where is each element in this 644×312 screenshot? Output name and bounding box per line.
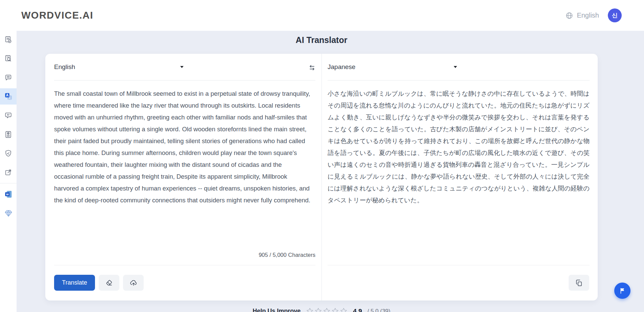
sidebar-item-translator[interactable]: 文 A — [0, 88, 17, 105]
tools-sidebar: 文 A — [0, 31, 17, 312]
sidebar-item-paraphraser[interactable] — [0, 107, 17, 124]
copy-translation-button[interactable] — [569, 275, 589, 291]
star-icon[interactable] — [331, 307, 339, 312]
page-title: AI Translator — [45, 35, 598, 45]
target-footer-divider — [328, 265, 590, 265]
sidebar-item-resume-review[interactable] — [0, 126, 17, 142]
chevron-down-icon — [454, 66, 457, 68]
sidebar-divider — [0, 183, 17, 183]
target-language-label: Japanese — [328, 63, 355, 71]
translator-card: English The small coastal town of Millbr… — [45, 54, 598, 300]
svg-text:W: W — [6, 193, 8, 196]
site-language-switcher[interactable]: English — [565, 12, 599, 20]
source-panel: English The small coastal town of Millbr… — [45, 54, 321, 300]
rating-value: 4.9 — [353, 308, 362, 312]
sidebar-item-proofreading[interactable] — [0, 31, 17, 48]
copy-icon — [575, 279, 583, 287]
sidebar-item-summarizer[interactable] — [0, 69, 17, 86]
sidebar-item-ms-word-addin[interactable]: W — [0, 186, 17, 202]
source-language-dropdown[interactable]: English — [54, 63, 184, 71]
document-search-icon — [4, 54, 13, 63]
source-text-input[interactable]: The small coastal town of Millbrook seem… — [54, 88, 313, 206]
star-icon[interactable] — [340, 307, 348, 312]
sidebar-item-external-link[interactable] — [0, 164, 17, 180]
clear-text-button[interactable] — [99, 275, 119, 291]
rating-stars — [306, 307, 348, 312]
ai-translator-page: WORDVICE.AI English 신 — [0, 0, 644, 312]
wordvice-logo: WORDVICE.AI — [21, 10, 93, 21]
feedback-label: Help Us Improve — [253, 308, 301, 312]
sidebar-item-ai-detector[interactable] — [0, 145, 17, 161]
star-icon[interactable] — [323, 307, 331, 312]
upload-cloud-icon — [129, 279, 138, 287]
svg-text:A: A — [6, 93, 8, 97]
sidebar-item-plagiarism-check[interactable] — [0, 50, 17, 67]
report-feedback-fab[interactable] — [614, 283, 630, 299]
target-panel: Japanese 小さな海沿いの町ミルブルックは、常に眠そうな静けさの中に存在し… — [322, 54, 598, 300]
user-avatar[interactable]: 신 — [608, 8, 622, 22]
document-check-icon — [4, 36, 13, 44]
chat-notes-icon — [4, 73, 13, 82]
source-footer-divider — [54, 265, 315, 265]
character-count: 905 / 5,000 Characters — [259, 252, 315, 258]
swap-arrows-icon — [308, 65, 316, 71]
upload-document-button[interactable] — [123, 275, 144, 291]
flag-icon — [619, 287, 626, 294]
globe-icon — [565, 12, 573, 20]
target-language-dropdown[interactable]: Japanese — [328, 63, 457, 71]
external-link-icon — [4, 168, 13, 177]
translate-button[interactable]: Translate — [54, 275, 95, 291]
star-icon[interactable] — [314, 307, 322, 312]
resume-review-icon — [4, 130, 13, 139]
site-language-label: English — [577, 12, 599, 19]
translator-icon: 文 A — [4, 92, 13, 101]
chat-quote-icon — [4, 111, 13, 120]
feedback-bar: Help Us Improve 4.9 / 5.0 (39) — [45, 307, 598, 312]
source-language-label: English — [54, 63, 75, 71]
source-header-divider — [54, 80, 315, 81]
eraser-icon — [105, 279, 113, 287]
rating-scale: / 5.0 (39) — [367, 308, 390, 312]
swap-languages-button[interactable] — [306, 63, 318, 72]
chevron-down-icon — [180, 66, 184, 68]
ai-shield-icon — [4, 149, 13, 158]
translated-text-output: 小さな海沿いの町ミルブルックは、常に眠そうな静けさの中に存在しているようで、時間… — [328, 88, 590, 206]
star-icon[interactable] — [306, 307, 314, 312]
ms-word-icon: W — [4, 190, 13, 199]
sidebar-item-premium[interactable] — [0, 205, 17, 221]
premium-gem-icon — [4, 209, 13, 218]
top-header: WORDVICE.AI English 신 — [0, 0, 644, 31]
target-header-divider — [328, 80, 590, 81]
